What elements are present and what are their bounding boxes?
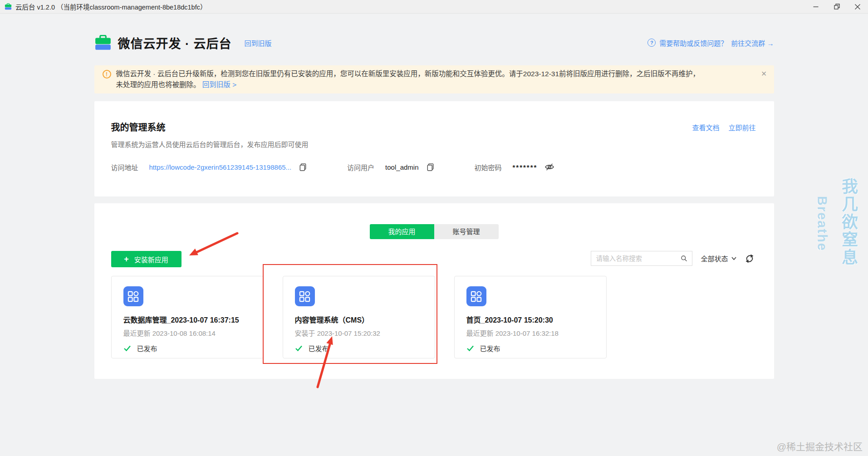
page-header: 微信云开发 · 云后台 回到旧版 ? 需要帮助或反馈问题？ 前往交流群 → — [94, 14, 774, 55]
app-card-status: 已发布 — [295, 343, 423, 353]
apps-tabs: 我的应用 账号管理 — [370, 224, 499, 239]
section-subtitle: 管理系统为运营人员使用云后台的管理后台，发布应用后即可使用 — [111, 139, 309, 149]
apps-panel: 我的应用 账号管理 + 安装新应用 全部状态 — [94, 203, 774, 379]
annotation-arrow-install-button — [183, 230, 242, 261]
app-card-status: 已发布 — [123, 343, 251, 353]
window-controls — [805, 0, 868, 14]
watermark-credit: @稀土掘金技术社区 — [777, 439, 863, 453]
tab-account-management[interactable]: 账号管理 — [434, 224, 499, 239]
install-new-app-button[interactable]: + 安装新应用 — [111, 251, 181, 267]
app-grid-icon — [123, 286, 143, 306]
watermark-chinese: 我几欲窒息 — [836, 178, 860, 266]
status-badge: 已发布 — [137, 343, 157, 353]
banner-back-to-old-link[interactable]: 回到旧版 > — [202, 81, 236, 88]
copy-icon — [299, 162, 307, 172]
access-info-row: 访问地址 https://lowcode-2gxerin561239145-13… — [111, 162, 555, 172]
join-group-link[interactable]: 前往交流群 → — [731, 38, 774, 48]
banner-text: 微信云开发 · 云后台已升级新版，检测到您在旧版里仍有已安装的应用，您可以在新版… — [116, 69, 700, 90]
apps-toolbar: 全部状态 — [591, 251, 754, 266]
app-window-icon — [5, 3, 12, 10]
status-badge: 已发布 — [309, 343, 329, 353]
app-cards-row: 云数据库管理_2023-10-07 16:37:15 最近更新 2023-10-… — [111, 276, 607, 358]
user-label: 访问用户 — [347, 162, 374, 172]
status-badge: 已发布 — [480, 343, 500, 353]
app-card-title: 云数据库管理_2023-10-07 16:37:15 — [123, 314, 251, 325]
watermark-english: Breathe — [814, 196, 829, 251]
banner-line2-text: 未处理的应用也将被删除。 — [116, 81, 201, 88]
refresh-button[interactable] — [745, 254, 755, 264]
check-icon — [295, 345, 303, 352]
search-icon[interactable] — [681, 254, 687, 263]
user-value: tool_admin — [385, 163, 418, 171]
minimize-button[interactable] — [805, 0, 826, 14]
plus-icon: + — [124, 255, 129, 263]
address-label: 访问地址 — [111, 162, 138, 172]
status-filter-dropdown[interactable]: 全部状态 — [701, 254, 736, 263]
management-system-panel: 我的管理系统 查看文档 立即前往 管理系统为运营人员使用云后台的管理后台，发布应… — [94, 101, 774, 196]
restore-icon — [834, 4, 840, 10]
app-card-homepage[interactable]: 首页_2023-10-07 15:20:30 最近更新 2023-10-07 1… — [454, 276, 607, 358]
close-icon — [855, 4, 860, 10]
page-title: 微信云开发 · 云后台 — [118, 34, 232, 52]
refresh-icon — [745, 254, 755, 264]
close-button[interactable] — [847, 0, 868, 14]
app-card-title: 首页_2023-10-07 15:20:30 — [466, 314, 594, 325]
chevron-down-icon — [731, 257, 736, 260]
status-filter-label: 全部状态 — [701, 254, 728, 263]
section-title: 我的管理系统 — [111, 120, 166, 133]
copy-icon — [426, 162, 435, 172]
upgrade-warning-banner: ! 微信云开发 · 云后台已升级新版，检测到您在旧版里仍有已安装的应用，您可以在… — [94, 65, 774, 93]
app-card-title: 内容管理系统（CMS） — [295, 314, 423, 325]
window-title: 云后台 v1.2.0 （当前环境classroom-management-8be… — [15, 2, 206, 11]
app-card-cloud-database[interactable]: 云数据库管理_2023-10-07 16:37:15 最近更新 2023-10-… — [111, 276, 264, 358]
window-titlebar: 云后台 v1.2.0 （当前环境classroom-management-8be… — [0, 0, 868, 14]
check-icon — [466, 345, 474, 352]
search-input[interactable] — [596, 255, 681, 262]
address-link[interactable]: https://lowcode-2gxerin561239145-1319886… — [149, 163, 292, 171]
app-card-status: 已发布 — [466, 343, 594, 353]
copy-user-button[interactable] — [426, 162, 435, 172]
minimize-icon — [813, 4, 819, 10]
app-card-meta: 最近更新 2023-10-08 16:08:14 — [123, 328, 251, 338]
app-card-meta: 安装于 2023-10-07 15:20:32 — [295, 328, 423, 338]
app-grid-icon — [466, 286, 486, 306]
search-box[interactable] — [591, 251, 692, 266]
banner-line2: 未处理的应用也将被删除。 回到旧版 > — [116, 79, 700, 90]
warning-icon: ! — [103, 70, 111, 78]
help-area[interactable]: ? 需要帮助或反馈问题？ 前往交流群 → — [647, 38, 774, 48]
password-value: ******* — [513, 163, 538, 171]
help-text-link[interactable]: 需要帮助或反馈问题？ — [659, 38, 727, 48]
banner-line1: 微信云开发 · 云后台已升级新版，检测到您在旧版里仍有已安装的应用，您可以在新版… — [116, 69, 700, 79]
eye-off-icon — [544, 162, 554, 172]
app-grid-icon — [295, 286, 315, 306]
back-to-old-version-link[interactable]: 回到旧版 — [245, 38, 272, 48]
install-button-label: 安装新应用 — [134, 255, 168, 264]
section-links: 查看文档 立即前往 — [692, 123, 755, 132]
question-circle-icon: ? — [647, 39, 656, 47]
copy-address-button[interactable] — [299, 162, 307, 172]
app-card-meta: 最近更新 2023-10-07 16:32:18 — [466, 328, 594, 338]
password-label: 初始密码 — [475, 162, 502, 172]
restore-button[interactable] — [826, 0, 847, 14]
app-card-cms[interactable]: 内容管理系统（CMS） 安装于 2023-10-07 15:20:32 已发布 — [283, 276, 435, 358]
view-docs-link[interactable]: 查看文档 — [692, 123, 719, 132]
wechat-cloud-logo-icon — [94, 35, 112, 50]
tab-my-apps[interactable]: 我的应用 — [370, 224, 434, 239]
go-now-link[interactable]: 立即前往 — [728, 123, 755, 132]
check-icon — [123, 345, 131, 352]
banner-close-icon[interactable]: × — [761, 69, 767, 78]
toggle-password-button[interactable] — [544, 162, 554, 172]
